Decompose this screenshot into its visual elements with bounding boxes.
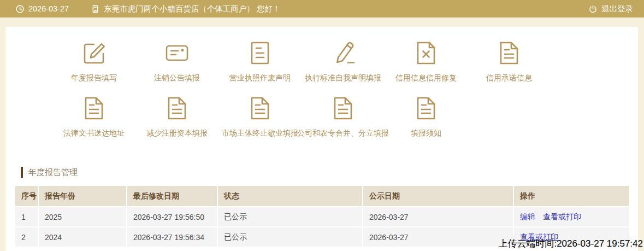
function-menu: 年度报告填写注销公告填报营业执照作废声明执行标准自我声明填报信用信息信用修复信用… [5, 27, 638, 138]
menu-item-label: 公司和农专合并、分立填报 [297, 129, 389, 138]
section-header: 年度报告管理 [21, 167, 638, 178]
document-folded-icon [496, 40, 522, 66]
cell-status: 已公示 [217, 207, 363, 227]
cell-actions: 编辑查看或打印 [513, 207, 629, 227]
menu-item-label: 法律文书送达地址 [63, 129, 125, 138]
logout-button[interactable]: 退出登录 [588, 4, 633, 14]
column-header: 最后修改日期 [127, 186, 217, 207]
current-date: 2026-03-27 [28, 4, 69, 13]
logout-label: 退出登录 [601, 4, 633, 14]
main-panel: 年度报告填写注销公告填报营业执照作废声明执行标准自我声明填报信用信息信用修复信用… [5, 27, 638, 251]
menu-item[interactable]: 信用承诺信息 [468, 40, 551, 83]
cell-publish-date: 2026-03-27 [363, 227, 513, 247]
document-folded-icon [81, 95, 107, 121]
menu-item-label: 减少注册资本填报 [146, 129, 208, 138]
menu-item[interactable]: 法律文书送达地址 [52, 95, 135, 138]
menu-item-label: 注销公告填报 [154, 73, 200, 83]
cell-publish-date: 2026-03-27 [363, 207, 513, 227]
menu-item[interactable]: 市场主体终止歇业填报 [218, 95, 302, 138]
menu-item[interactable]: 注销公告填报 [135, 40, 218, 83]
cell-year: 2025 [38, 207, 127, 227]
menu-row-1: 年度报告填写注销公告填报营业执照作废声明执行标准自我声明填报信用信息信用修复信用… [52, 40, 638, 83]
power-icon [588, 4, 598, 14]
column-header: 操作 [513, 186, 629, 207]
card-lines-icon [164, 40, 190, 66]
menu-item[interactable]: 填报须知 [385, 95, 468, 138]
column-header: 序号 [15, 186, 38, 207]
document-lines-icon [247, 40, 273, 66]
pencil-icon [330, 40, 356, 66]
cell-status: 已公示 [217, 227, 363, 247]
menu-item[interactable]: 减少注册资本填报 [135, 95, 218, 138]
action-link[interactable]: 查看或打印 [543, 212, 581, 221]
section-accent-bar [21, 167, 23, 178]
menu-item[interactable]: 年度报告填写 [52, 40, 135, 83]
cell-seq: 1 [15, 207, 38, 227]
document-folded-icon [413, 95, 439, 121]
action-link[interactable]: 编辑 [520, 212, 535, 221]
menu-item-label: 年度报告填写 [71, 73, 117, 83]
menu-item-label: 填报须知 [411, 129, 441, 138]
menu-item[interactable]: 信用信息信用修复 [385, 40, 468, 83]
table-header-row: 序号报告年份最后修改日期状态公示日期操作 [15, 186, 629, 207]
menu-item-label: 信用承诺信息 [486, 73, 532, 83]
cell-modified: 2026-03-27 19:56:34 [127, 227, 217, 247]
menu-item[interactable]: 执行标准自我声明填报 [302, 40, 385, 83]
company-group: 东莞市虎门两个小糖百货店（个体工商户） 您好！ [91, 4, 280, 14]
column-header: 状态 [217, 186, 363, 207]
topbar: 2026-03-27 东莞市虎门两个小糖百货店（个体工商户） 您好！ 退出登录 [0, 0, 644, 17]
building-icon [91, 4, 100, 14]
menu-item-label: 营业执照作废声明 [229, 73, 291, 83]
cell-year: 2024 [38, 227, 127, 247]
document-x-icon [413, 40, 439, 66]
menu-item[interactable]: 营业执照作废声明 [218, 40, 302, 83]
cell-modified: 2026-03-27 19:56:50 [127, 207, 217, 227]
edit-square-icon [81, 40, 107, 66]
document-folded-icon [330, 95, 356, 121]
section-title: 年度报告管理 [28, 167, 78, 178]
menu-item[interactable]: 公司和农专合并、分立填报 [302, 95, 385, 138]
column-header: 公示日期 [363, 186, 513, 207]
cell-seq: 2 [15, 227, 38, 247]
table-row: 120252026-03-27 19:56:50已公示2026-03-27编辑查… [15, 207, 629, 227]
document-folded-icon [247, 95, 273, 121]
date-group: 2026-03-27 [15, 4, 69, 14]
menu-item-label: 信用信息信用修复 [395, 73, 457, 83]
document-folded-icon [164, 95, 190, 121]
clock-icon [15, 4, 25, 14]
company-name: 东莞市虎门两个小糖百货店（个体工商户） 您好！ [104, 4, 280, 14]
menu-item-label: 执行标准自我声明填报 [305, 73, 381, 83]
menu-row-2: 法律文书送达地址减少注册资本填报市场主体终止歇业填报公司和农专合并、分立填报填报… [52, 95, 638, 138]
menu-item-label: 市场主体终止歇业填报 [222, 129, 298, 138]
column-header: 报告年份 [38, 186, 127, 207]
upload-time-stamp: 上传云端时间:2026-03-27 19:57:42 [498, 237, 643, 250]
